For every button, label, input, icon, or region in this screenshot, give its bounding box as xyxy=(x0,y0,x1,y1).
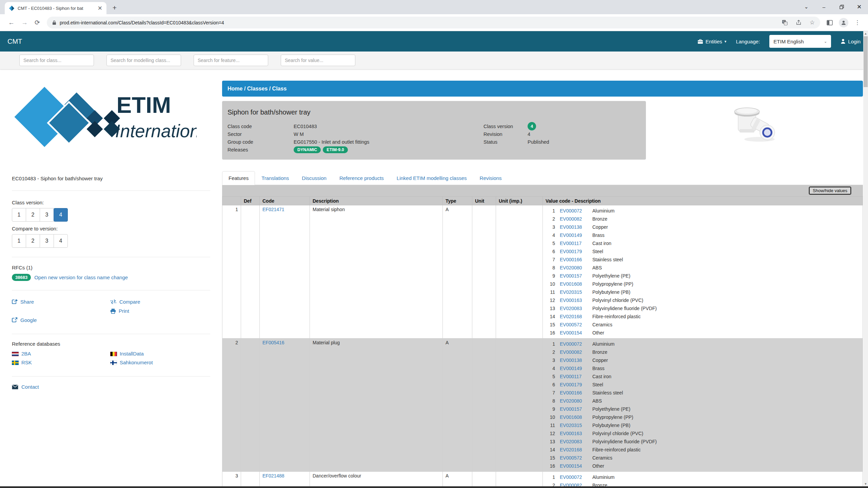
value-code-link[interactable]: EV020080 xyxy=(560,264,592,272)
value-number: 3 xyxy=(546,356,555,364)
browser-scrollbar[interactable]: ▲ ▼ xyxy=(863,31,868,486)
scroll-down-icon[interactable]: ▼ xyxy=(863,482,868,486)
database-link-sahkonumerot[interactable]: Sahkonumerot xyxy=(110,360,210,366)
value-code-link[interactable]: EV000072 xyxy=(560,340,592,348)
value-description: Brass xyxy=(592,364,605,372)
close-button[interactable]: ✕ xyxy=(850,0,868,14)
show-hide-values-button[interactable]: Show/hide values xyxy=(809,187,851,195)
tab-features[interactable]: Features xyxy=(222,171,255,185)
search-modelling-class-input[interactable] xyxy=(106,55,181,66)
translate-icon[interactable]: G? xyxy=(782,20,788,25)
search-feature-input[interactable] xyxy=(194,55,268,66)
language-select[interactable]: ETIM English ⌄ xyxy=(769,35,831,48)
rfc-link[interactable]: Open new version for class name change xyxy=(34,274,128,280)
feature-code-link[interactable]: EF005416 xyxy=(262,340,284,345)
star-icon[interactable]: ☆ xyxy=(810,19,815,26)
value-code-link[interactable]: EV000179 xyxy=(560,381,592,389)
back-icon[interactable]: ← xyxy=(8,19,15,26)
value-code-link[interactable]: EV000166 xyxy=(560,256,592,264)
tab-close-icon[interactable]: ✕ xyxy=(98,5,102,11)
database-link-rsk[interactable]: RSK xyxy=(12,360,110,366)
tab-reference-products[interactable]: Reference products xyxy=(333,171,390,185)
value-code-link[interactable]: EV000572 xyxy=(560,454,592,462)
kebab-menu-icon[interactable]: ⋮ xyxy=(854,19,860,26)
maximize-button[interactable] xyxy=(833,0,850,14)
value-code-link[interactable]: EV000082 xyxy=(560,215,592,223)
feature-code-link[interactable]: EF021488 xyxy=(262,473,284,479)
value-code-link[interactable]: EV000163 xyxy=(560,429,592,438)
google-link[interactable]: Google xyxy=(12,317,110,323)
share-link[interactable]: Share xyxy=(12,299,110,305)
value-code-link[interactable]: EV020080 xyxy=(560,397,592,405)
scroll-up-icon[interactable]: ▲ xyxy=(863,31,868,36)
profile-icon[interactable] xyxy=(839,18,848,27)
entities-menu[interactable]: Entities ▾ xyxy=(697,39,727,44)
scrollbar-thumb[interactable] xyxy=(864,36,868,87)
value-code-link[interactable]: EV000138 xyxy=(560,223,592,231)
feature-row-1: 1EF021471Material siphonA1EV000072Alumin… xyxy=(222,205,863,339)
value-code-link[interactable]: EV020168 xyxy=(560,446,592,454)
side-panel-icon[interactable] xyxy=(827,20,833,25)
print-link[interactable]: Print xyxy=(110,308,210,314)
value-code-link[interactable]: EV001608 xyxy=(560,413,592,421)
value-number: 3 xyxy=(546,223,555,231)
search-class-input[interactable] xyxy=(19,55,94,66)
version-button-3[interactable]: 3 xyxy=(40,234,54,248)
contact-link[interactable]: Contact xyxy=(12,384,210,390)
value-code-link[interactable]: EV020083 xyxy=(560,438,592,446)
version-button-2[interactable]: 2 xyxy=(26,208,40,222)
search-value-input[interactable] xyxy=(281,55,355,66)
version-button-4[interactable]: 4 xyxy=(54,234,68,248)
version-button-1[interactable]: 1 xyxy=(12,234,26,248)
reload-icon[interactable]: ⟳ xyxy=(35,19,40,26)
version-button-4[interactable]: 4 xyxy=(54,208,68,222)
value-code-link[interactable]: EV000572 xyxy=(560,321,592,329)
address-bar[interactable]: prod.etim-international.com/Class/Detail… xyxy=(47,17,820,28)
values-cell: 1EV000072Aluminium2EV000082Bronze3EV0001… xyxy=(543,205,863,339)
version-button-3[interactable]: 3 xyxy=(40,208,54,222)
value-code-link[interactable]: EV000166 xyxy=(560,389,592,397)
value-code-link[interactable]: EV000072 xyxy=(560,473,592,481)
value-line: 15EV000572Ceramics xyxy=(546,454,860,462)
browser-tab[interactable]: CMT - EC010483 - Siphon for bat ✕ xyxy=(5,2,106,14)
value-code-link[interactable]: EV000149 xyxy=(560,231,592,239)
feature-code-link[interactable]: EF021471 xyxy=(262,207,284,212)
value-code-link[interactable]: EV000157 xyxy=(560,272,592,280)
minimize-button[interactable]: – xyxy=(815,0,833,14)
value-code-link[interactable]: EV000117 xyxy=(560,372,592,381)
value-code-link[interactable]: EV000163 xyxy=(560,296,592,304)
value-code-link[interactable]: EV000179 xyxy=(560,247,592,256)
value-line: 10EV001608Polypropylene (PP) xyxy=(546,413,860,421)
tab-linked-etim-modelling-classes[interactable]: Linked ETIM modelling classes xyxy=(390,171,473,185)
tab-revisions[interactable]: Revisions xyxy=(473,171,508,185)
version-button-1[interactable]: 1 xyxy=(12,208,26,222)
tab-discussion[interactable]: Discussion xyxy=(295,171,333,185)
database-link-installdata[interactable]: InstallData xyxy=(110,351,210,357)
value-code-link[interactable]: EV000154 xyxy=(560,462,592,470)
login-button[interactable]: Login xyxy=(841,39,861,44)
value-code-link[interactable]: EV020315 xyxy=(560,421,592,429)
value-code-link[interactable]: EV001608 xyxy=(560,280,592,288)
share-arrow-icon[interactable] xyxy=(796,20,802,25)
forward-icon[interactable]: → xyxy=(21,19,28,26)
tab-translations[interactable]: Translations xyxy=(255,171,295,185)
value-code-link[interactable]: EV000072 xyxy=(560,207,592,215)
value-code-link[interactable]: EV020083 xyxy=(560,304,592,312)
tab-search-chevron-icon[interactable]: ⌄ xyxy=(797,0,815,14)
value-code-link[interactable]: EV000082 xyxy=(560,348,592,356)
feature-row-3: 3EF021488Dancer/overflow colourA1EV00007… xyxy=(222,472,863,488)
compare-link[interactable]: Compare xyxy=(110,299,210,305)
value-code-link[interactable]: EV000138 xyxy=(560,356,592,364)
value-code-link[interactable]: EV020168 xyxy=(560,312,592,321)
search-row xyxy=(0,52,868,69)
database-link-2ba[interactable]: 2BA xyxy=(12,351,110,357)
value-code-link[interactable]: EV020315 xyxy=(560,288,592,296)
value-code-link[interactable]: EV000157 xyxy=(560,405,592,413)
value-code-link[interactable]: EV000154 xyxy=(560,329,592,337)
value-number: 7 xyxy=(546,256,555,264)
breadcrumb[interactable]: Home / Classes / Class xyxy=(222,81,863,97)
value-code-link[interactable]: EV000149 xyxy=(560,364,592,372)
value-code-link[interactable]: EV000117 xyxy=(560,239,592,247)
new-tab-button[interactable]: + xyxy=(110,3,119,13)
version-button-2[interactable]: 2 xyxy=(26,234,40,248)
